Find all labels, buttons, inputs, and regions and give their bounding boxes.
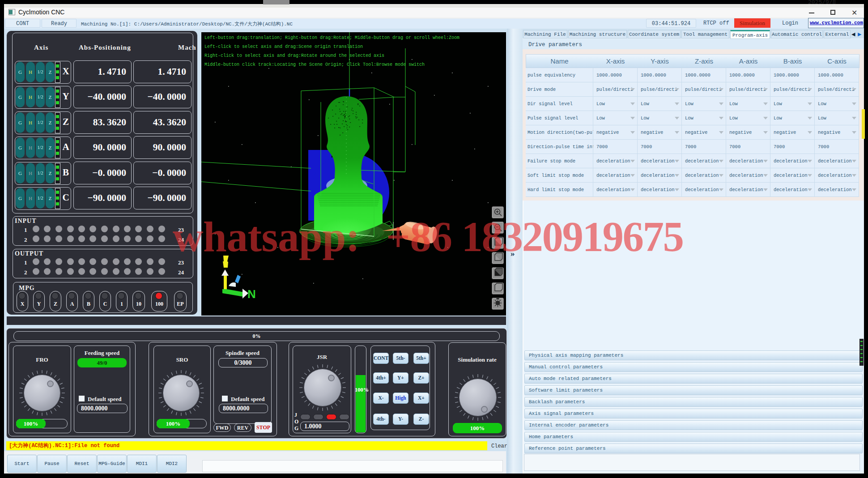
svg-text:Right-click to select axis and: Right-click to select axis and drag:Rota…: [204, 53, 384, 58]
svg-text:Middle-button click track:Loca: Middle-button click track:Locating the S…: [204, 62, 425, 67]
svg-text:N: N: [247, 287, 256, 301]
svg-text:Left-click to select axis and: Left-click to select axis and drag:Scene…: [204, 44, 363, 49]
svg-text:Left-button drag:translation;: Left-button drag:translation; Right-butt…: [204, 35, 460, 40]
